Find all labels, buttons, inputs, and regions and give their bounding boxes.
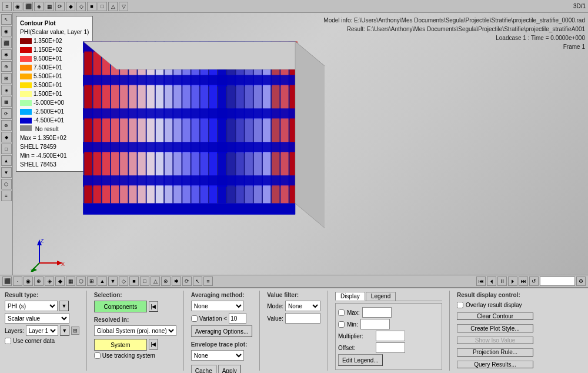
tracking-label: Use tracking system [102,352,155,359]
toolbar-icon-8[interactable]: ◇ [76,2,86,11]
side-icon-1[interactable]: ↖ [1,14,12,25]
speed-input[interactable] [540,277,575,286]
bt-icon-14[interactable]: □ [140,277,149,286]
scalar-select[interactable]: Scalar value [5,313,69,324]
side-icon-6[interactable]: ⊞ [1,73,12,84]
result-type-arrow[interactable]: ▼ [59,301,69,311]
clear-contour-btn[interactable]: Clear Contour [457,312,533,320]
mode-select[interactable]: None [285,301,320,311]
averaging-opts-btn[interactable]: Averaging Options... [191,325,252,337]
value-input[interactable] [285,313,320,324]
offset-input[interactable]: 0 [376,342,405,353]
side-icon-12[interactable]: □ [1,144,12,154]
bt-icon-15[interactable]: △ [151,277,160,286]
components-arrow[interactable]: |◀ [149,301,158,312]
side-icon-5[interactable]: ⊕ [1,61,12,72]
bt-icon-19[interactable]: ↖ [193,277,202,286]
toolbar-icon-4[interactable]: ◈ [34,2,44,11]
query-results-btn[interactable]: Query Results... [457,361,533,368]
variation-input[interactable] [229,313,246,324]
use-corner-data-label: Use corner data [13,338,55,344]
bt-icon-13[interactable]: ■ [129,277,139,286]
bt-icon-3[interactable]: ◉ [24,277,33,286]
toolbar-icon-2[interactable]: ◉ [13,2,22,11]
side-icon-11[interactable]: ◆ [1,132,12,142]
cache-btn[interactable]: Cache [191,365,216,373]
side-icon-14[interactable]: ▼ [1,167,12,178]
side-icon-4[interactable]: ✱ [1,49,12,60]
bt-icon-prev[interactable]: ⏴ [487,277,496,286]
bt-icon-16[interactable]: ⊗ [161,277,171,286]
side-icon-15[interactable]: ⬡ [1,179,12,189]
apply-btn[interactable]: Apply [218,365,241,373]
toolbar-icon-10[interactable]: □ [98,2,107,11]
bt-icon-10[interactable]: ▲ [98,277,107,286]
side-icon-10[interactable]: ⊗ [1,120,12,131]
toolbar-icon-1[interactable]: ≡ [2,2,12,11]
side-icon-3[interactable]: ⬛ [1,38,12,48]
bt-icon-loop[interactable]: ↺ [529,277,539,286]
toolbar-icon-3[interactable]: ⬛ [24,2,33,11]
projection-rule-btn[interactable]: Projection Rule... [457,348,533,356]
bt-icon-pause[interactable]: ⏸ [497,277,507,286]
svg-rect-38 [83,204,295,214]
toolbar-icon-7[interactable]: ◆ [66,2,75,11]
min-cb[interactable] [338,321,345,328]
side-icon-13[interactable]: ▲ [1,155,12,166]
variation-cb[interactable] [191,315,198,322]
legend-tab[interactable]: Legend [366,292,396,301]
result-type-select[interactable]: PHI (s) [5,301,58,311]
system-arrow[interactable]: |◀ [149,339,158,349]
use-corner-data-cb[interactable] [5,338,11,344]
bt-icon-18[interactable]: ⟳ [182,277,192,286]
bt-icon-17[interactable]: ✱ [172,277,181,286]
window-title: 3D/1 [573,3,586,9]
bt-icon-settings[interactable]: ⚙ [576,277,586,286]
bt-icon-20[interactable]: ≡ [203,277,213,286]
side-icon-8[interactable]: ▦ [1,96,12,107]
edit-legend-row: Edit Legend... [338,354,439,366]
layer-select[interactable]: Layer 1 [26,325,58,336]
toolbar-icon-11[interactable]: △ [108,2,118,11]
resolved-select[interactable]: Global System (proj. none) [94,325,176,336]
bt-icon-end[interactable]: ⏭ [519,277,528,286]
toolbar-icon-6[interactable]: ⟳ [55,2,65,11]
min-input[interactable]: 0 [360,319,390,329]
create-plot-style-btn[interactable]: Create Plot Style... [457,324,533,332]
envelope-select[interactable]: None [191,350,244,361]
side-icon-7[interactable]: ◈ [1,85,12,95]
bt-icon-11[interactable]: ▼ [108,277,118,286]
bt-icon-2[interactable]: · [13,277,22,286]
bt-icon-6[interactable]: ◆ [55,277,65,286]
overlay-row: Overlay result display [457,302,533,308]
max-cb[interactable] [338,309,345,316]
toolbar-icon-12[interactable]: ▽ [119,2,128,11]
display-tab[interactable]: Display [335,292,365,301]
offset-label: Offset: [338,345,373,351]
show-iso-value-btn[interactable]: Show Iso Value [457,337,533,344]
side-icon-16[interactable]: ≡ [1,191,12,201]
components-btn[interactable]: Components [94,301,147,312]
side-icon-9[interactable]: ⟳ [1,108,12,119]
toolbar-icon-9[interactable]: ■ [87,2,96,11]
multiplier-input[interactable]: 1 [376,331,405,341]
system-btn[interactable]: System [94,339,147,351]
bt-icon-5[interactable]: ◈ [45,277,54,286]
averaging-select[interactable]: None [191,301,244,311]
max-input[interactable]: 0 [362,307,392,318]
edit-legend-btn[interactable]: Edit Legend... [338,354,383,366]
layer-filter-btn[interactable]: ▼ [60,325,69,336]
side-icon-2[interactable]: ◉ [1,26,12,36]
bt-icon-8[interactable]: ⬡ [76,277,86,286]
bt-icon-4[interactable]: ⊕ [34,277,44,286]
bt-icon-next[interactable]: ⏵ [508,277,517,286]
bt-icon-1[interactable]: ⬛ [2,277,12,286]
bt-icon-7[interactable]: ▦ [66,277,75,286]
bt-icon-9[interactable]: ⊞ [87,277,96,286]
bt-icon-play[interactable]: ⏮ [476,277,486,286]
toolbar-icon-5[interactable]: ▦ [45,2,54,11]
overlay-cb[interactable] [457,302,463,308]
layer-settings-icon[interactable]: ⊞ [71,327,79,335]
bt-icon-12[interactable]: ◇ [119,277,128,286]
tracking-cb[interactable] [94,352,101,359]
